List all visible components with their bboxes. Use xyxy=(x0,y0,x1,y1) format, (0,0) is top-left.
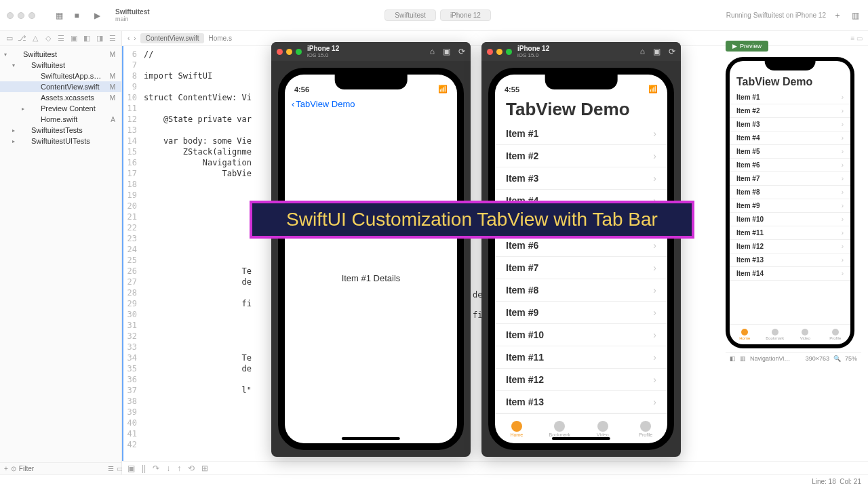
list-item[interactable]: Item #1› xyxy=(730,91,850,104)
profile-icon xyxy=(832,329,839,336)
file-tree-item[interactable]: Assets.xcassetsM xyxy=(0,92,121,103)
list-item[interactable]: Item #8› xyxy=(730,186,850,199)
list-item[interactable]: Item #12› xyxy=(730,240,850,253)
debug-bar[interactable]: ▣||↷↓↑⟲⊞ xyxy=(122,461,868,474)
chevron-right-icon: › xyxy=(842,229,844,237)
sim-traffic-lights[interactable] xyxy=(277,49,302,55)
bookmark-icon xyxy=(772,329,778,336)
page-title: TabView Demo xyxy=(495,95,667,123)
file-tree-item[interactable]: ▸SwiftuitestUITests xyxy=(0,136,121,146)
preview-controls[interactable]: ◧▥ NavigationVi… 390×763 🔍 75% xyxy=(726,352,861,364)
file-tree-item[interactable]: ▸Preview Content xyxy=(0,103,121,114)
jump-crumb-file[interactable]: ContentView.swift xyxy=(140,33,205,43)
preview-title: TabView Demo xyxy=(730,73,850,91)
list-item[interactable]: Item #13› xyxy=(495,391,667,413)
navigator-tabs[interactable]: ▭⎇△◇☰▣◧◨☰ xyxy=(0,31,121,46)
run-button[interactable]: ▶ xyxy=(91,9,103,22)
phone-notch xyxy=(335,75,408,89)
home-icon xyxy=(511,421,522,432)
screenshot-icon[interactable]: ▣ xyxy=(653,47,660,56)
list-item[interactable]: Item #8› xyxy=(495,279,667,302)
list-item[interactable]: Item #7› xyxy=(495,257,667,279)
home-icon[interactable]: ⌂ xyxy=(430,47,435,56)
tab-profile[interactable]: Profile xyxy=(625,414,668,443)
home-indicator[interactable] xyxy=(552,437,610,440)
scheme-selector[interactable]: Swiftuitest main xyxy=(115,8,150,22)
file-tree-item[interactable]: Home.swiftA xyxy=(0,114,121,125)
tab-home[interactable]: Home xyxy=(495,414,538,443)
window-traffic-lights[interactable] xyxy=(7,12,35,19)
list-item[interactable]: Item #9› xyxy=(495,302,667,324)
phone-frame: 4:55 📶 TabView Demo Item #1›Item #2›Item… xyxy=(488,68,674,450)
screenshot-icon[interactable]: ▣ xyxy=(443,47,450,56)
file-tree-item[interactable]: ▾Swiftuitest xyxy=(0,60,121,70)
phone-notch xyxy=(765,61,816,70)
file-tree-item[interactable]: ▾SwiftuitestM xyxy=(0,49,121,60)
sim-traffic-lights[interactable] xyxy=(487,49,512,55)
canvas-preview: ▶ Preview TabView Demo Item #1›Item #2›I… xyxy=(726,41,861,364)
list-item[interactable]: Item #6› xyxy=(730,159,850,172)
list-item[interactable]: Item #3› xyxy=(730,118,850,131)
list-item[interactable]: Item #2› xyxy=(730,104,850,118)
list-item[interactable]: Item #14› xyxy=(730,267,850,281)
tab-home[interactable]: Home xyxy=(730,325,760,344)
sidebar-toggle-icon[interactable]: ▦ xyxy=(53,9,65,22)
video-icon xyxy=(802,329,808,336)
list-item[interactable]: Item #9› xyxy=(730,199,850,213)
chevron-right-icon: › xyxy=(842,107,844,115)
signal-wifi-battery-icon: 📶 xyxy=(438,85,448,94)
chevron-right-icon: › xyxy=(653,150,656,161)
tab-profile[interactable]: Profile xyxy=(821,325,851,344)
chevron-right-icon: › xyxy=(842,216,844,223)
list-item[interactable]: Item #1› xyxy=(495,123,667,145)
list-item[interactable]: Item #3› xyxy=(495,167,667,190)
tab-bookmark[interactable]: Bookmark xyxy=(760,325,791,344)
overlay-banner: SwiftUI Customization TabView with Tab B… xyxy=(250,201,694,239)
stop-button[interactable]: ■ xyxy=(71,9,83,22)
chevron-right-icon: › xyxy=(842,121,844,128)
library-icon[interactable]: ▥ xyxy=(849,9,861,22)
home-indicator[interactable] xyxy=(342,437,400,440)
list-item[interactable]: Item #11› xyxy=(730,226,850,240)
preview-phone-frame: TabView Demo Item #1›Item #2›Item #3›Ite… xyxy=(726,57,854,348)
chevron-right-icon: › xyxy=(842,202,844,209)
home-icon xyxy=(741,329,748,336)
list-item[interactable]: Item #13› xyxy=(730,253,850,267)
chevron-right-icon: › xyxy=(842,94,844,101)
preview-badge[interactable]: ▶ Preview xyxy=(726,41,768,52)
list-item[interactable]: Item #11› xyxy=(495,346,667,369)
cursor-line: Line: 18 xyxy=(812,478,836,485)
list-item[interactable]: Item #4› xyxy=(730,131,850,145)
chevron-right-icon: › xyxy=(653,128,656,139)
target-tab[interactable]: Swiftuitest xyxy=(384,9,436,21)
rotate-icon[interactable]: ⟳ xyxy=(669,47,675,56)
code-fragment: de xyxy=(473,290,482,300)
tab-video[interactable]: Video xyxy=(790,325,821,344)
file-tree-item[interactable]: ▸SwiftuitestTests xyxy=(0,125,121,136)
add-icon[interactable]: + xyxy=(4,465,8,472)
simulator-window-detail: iPhone 12 iOS 15.0 ⌂ ▣ ⟳ 4:56 📶 ‹ TabVie… xyxy=(271,42,471,457)
nav-back-icon[interactable]: ‹ xyxy=(127,35,130,42)
file-tree-item[interactable]: SwiftuitestApp.swiftM xyxy=(0,70,121,81)
list-item[interactable]: Item #7› xyxy=(730,172,850,186)
file-tree-item[interactable]: ContentView.swiftM xyxy=(0,81,121,92)
list-item[interactable]: Item #10› xyxy=(730,213,850,226)
list-item[interactable]: Item #2› xyxy=(495,145,667,167)
home-icon[interactable]: ⌂ xyxy=(640,47,645,56)
navigator-filter: + ⊙ ☰▭ xyxy=(0,462,121,474)
chevron-left-icon: ‹ xyxy=(292,99,294,109)
phone-notch xyxy=(545,75,618,89)
device-tab[interactable]: iPhone 12 xyxy=(440,9,491,21)
list-item[interactable]: Item #5› xyxy=(730,145,850,159)
filter-input[interactable] xyxy=(19,465,105,472)
list-item[interactable]: Item #10› xyxy=(495,324,667,346)
plus-icon[interactable]: + xyxy=(831,9,844,22)
chevron-right-icon: › xyxy=(842,134,844,142)
signal-wifi-battery-icon: 📶 xyxy=(648,85,658,94)
rotate-icon[interactable]: ⟳ xyxy=(458,47,465,56)
nav-fwd-icon[interactable]: › xyxy=(134,35,136,42)
list-item[interactable]: Item #12› xyxy=(495,369,667,391)
jump-crumb-secondary[interactable]: Home.s xyxy=(208,35,231,42)
code-fragment: fi xyxy=(473,310,482,320)
back-button[interactable]: ‹ TabView Demo xyxy=(285,95,457,113)
